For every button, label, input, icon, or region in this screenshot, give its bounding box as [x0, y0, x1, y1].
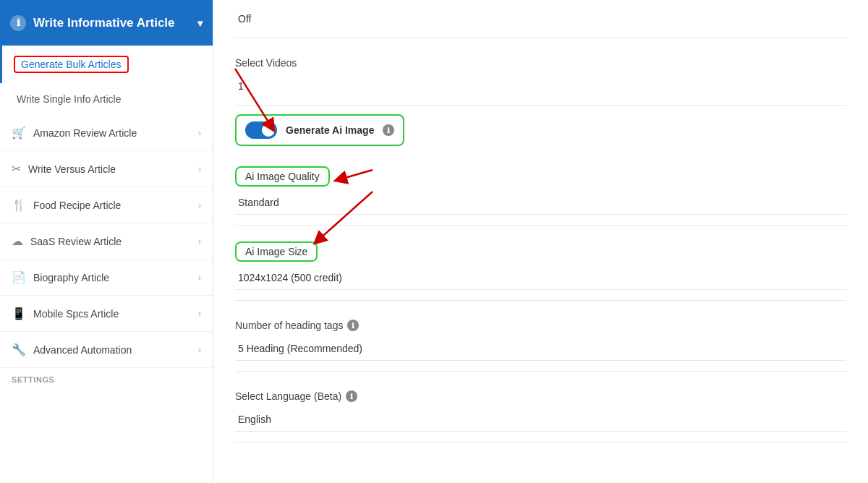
mobile-icon: 📱 [12, 307, 26, 320]
sidebar-item-biography[interactable]: 📄 Biography Article › [0, 260, 213, 296]
ai-image-size-value: 1024x1024 (500 credit) [235, 266, 846, 290]
heading-tags-info-icon[interactable]: ℹ [347, 320, 359, 331]
ai-image-size-section: Ai Image Size 1024x1024 (500 credit) [235, 228, 846, 301]
info-icon: ℹ [10, 15, 26, 31]
heading-tags-label: Number of heading tags ℹ [235, 320, 846, 331]
generate-ai-image-label: Generate Ai Image [286, 124, 374, 136]
biography-label: Biography Article [33, 272, 109, 283]
amazon-label: Amazon Review Article [33, 127, 137, 139]
saas-label: SaaS Review Article [30, 236, 122, 247]
chevron-right-icon: › [198, 163, 201, 174]
settings-section-label: SETTINGS [0, 368, 213, 387]
amazon-icon: 🛒 [12, 126, 26, 140]
generate-ai-image-toggle-row[interactable]: Generate Ai Image ℹ [235, 114, 404, 146]
biography-icon: 📄 [12, 270, 26, 284]
off-field: Off [235, 0, 846, 38]
sidebar-item-amazon[interactable]: 🛒 Amazon Review Article › [0, 115, 213, 151]
versus-icon: ✂ [12, 162, 21, 176]
select-language-label: Select Language (Beta) ℹ [235, 390, 846, 402]
chevron-down-icon: ▾ [197, 17, 203, 29]
food-icon: 🍴 [12, 198, 26, 212]
sidebar-header[interactable]: ℹ Write Informative Article ▾ [0, 0, 213, 46]
ai-image-size-outlined-label: Ai Image Size [235, 241, 318, 262]
generate-bulk-label: Generate Bulk Articles [14, 56, 129, 73]
sidebar: ℹ Write Informative Article ▾ Generate B… [0, 0, 213, 483]
heading-tags-section: Number of heading tags ℹ 5 Heading (Reco… [235, 304, 846, 372]
versus-label: Write Versus Article [28, 163, 116, 175]
ai-image-quality-value: Standard [235, 191, 846, 215]
chevron-right-icon: › [198, 200, 201, 210]
sidebar-item-food[interactable]: 🍴 Food Recipe Article › [0, 187, 213, 223]
sidebar-item-saas[interactable]: ☁ SaaS Review Article › [0, 223, 213, 260]
write-single-label: Write Single Info Article [17, 93, 121, 105]
chevron-right-icon: › [198, 272, 201, 283]
automation-icon: 🔧 [12, 343, 26, 356]
sidebar-item-versus[interactable]: ✂ Write Versus Article › [0, 151, 213, 187]
mobile-label: Mobile Spcs Article [33, 308, 119, 320]
main-content: Off Select Videos 1 Generate Ai Image ℹ … [213, 0, 868, 483]
select-language-value: English [235, 408, 846, 432]
automation-label: Advanced Automation [33, 344, 132, 356]
sidebar-item-mobile[interactable]: 📱 Mobile Spcs Article › [0, 296, 213, 332]
select-language-section: Select Language (Beta) ℹ English [235, 375, 846, 443]
generate-ai-image-section: Generate Ai Image ℹ [235, 114, 846, 146]
saas-icon: ☁ [12, 234, 23, 248]
heading-tags-value: 5 Heading (Recommended) [235, 337, 846, 361]
generate-ai-image-toggle[interactable] [245, 121, 277, 139]
select-videos-label: Select Videos [235, 57, 846, 69]
chevron-right-icon: › [198, 236, 201, 247]
sidebar-item-automation[interactable]: 🔧 Advanced Automation › [0, 332, 213, 368]
off-value: Off [235, 7, 846, 30]
ai-image-quality-outlined-label: Ai Image Quality [235, 166, 330, 187]
select-videos-section: Select Videos 1 [235, 41, 846, 106]
ai-image-quality-section: Ai Image Quality Standard [235, 153, 846, 226]
food-label: Food Recipe Article [33, 200, 121, 211]
chevron-right-icon: › [198, 308, 201, 319]
sidebar-item-write-single[interactable]: Write Single Info Article [0, 83, 213, 115]
chevron-right-icon: › [198, 127, 201, 138]
select-language-info-icon[interactable]: ℹ [346, 390, 357, 402]
sidebar-item-generate-bulk[interactable]: Generate Bulk Articles [0, 46, 213, 83]
select-videos-value: 1 [235, 74, 846, 98]
sidebar-header-title: Write Informative Article [33, 16, 175, 30]
chevron-right-icon: › [198, 344, 201, 355]
generate-ai-image-info-icon[interactable]: ℹ [383, 124, 394, 136]
